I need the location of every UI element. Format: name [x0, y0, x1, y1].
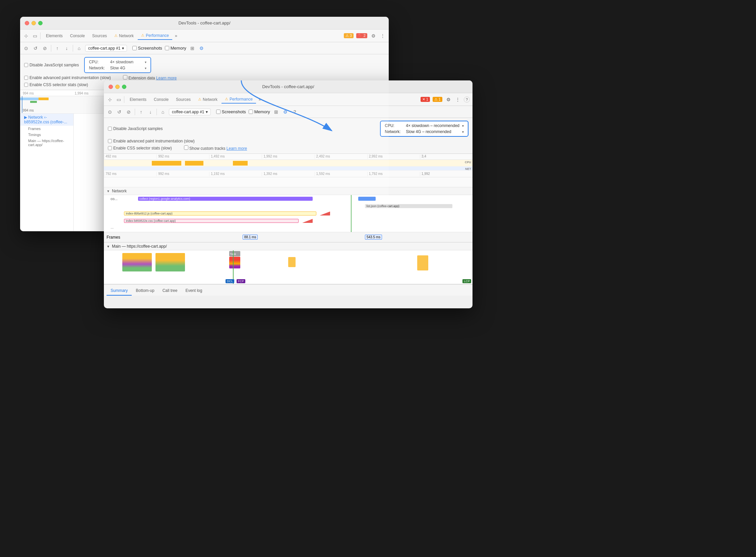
- net-bar-area-list: list.json (coffee-cart.app): [121, 203, 470, 209]
- cpu-dropdown-arrow-back[interactable]: ▾: [145, 60, 146, 64]
- upload-icon-front[interactable]: ↑: [138, 109, 145, 115]
- screenshots-check-back[interactable]: [132, 46, 137, 50]
- tl-tick-5: 2,992 ms: [367, 154, 420, 159]
- learn-more-link-front[interactable]: Learn more: [226, 146, 247, 151]
- extension-check-back[interactable]: [123, 75, 127, 80]
- screenshots-check-front[interactable]: [216, 110, 220, 114]
- net-bar-area-co: collect (region1.google-analytics.com): [121, 196, 470, 201]
- main-item-back[interactable]: Main — https://coffee-cart.app/: [20, 138, 73, 148]
- memory-check-front[interactable]: [249, 110, 253, 114]
- frames-label-front: Frames: [107, 235, 120, 240]
- home-icon-back[interactable]: ⌂: [76, 45, 83, 52]
- tab-performance-back[interactable]: Performance: [138, 32, 172, 40]
- clear-icon-back[interactable]: ⊘: [41, 45, 48, 52]
- css-bar-tail: [302, 219, 313, 223]
- network-item-back[interactable]: ▶ Network ‹-b859522e.css (coffee-...: [20, 114, 73, 126]
- more-options-icon-back[interactable]: ⋮: [379, 32, 386, 39]
- close-button-front[interactable]: [109, 84, 113, 89]
- memory-check-back[interactable]: [165, 46, 169, 50]
- tab-elements-back[interactable]: Elements: [42, 32, 66, 39]
- more-options-icon-front[interactable]: ⋮: [454, 96, 461, 103]
- minimize-button-back[interactable]: [31, 21, 36, 25]
- dock-icon-front[interactable]: ?: [292, 109, 298, 115]
- net-bar-area-css: index-b859522e.css (coffee-cart.app): [121, 218, 470, 224]
- more-tabs-front[interactable]: »: [257, 96, 263, 102]
- profile-select-front[interactable]: coffee-cart.app #1 ▾: [169, 109, 211, 115]
- tab-sources-front[interactable]: Sources: [173, 96, 194, 103]
- network-dropdown-arrow-back[interactable]: ▾: [145, 66, 146, 70]
- download-icon-back[interactable]: ↓: [63, 45, 70, 52]
- settings-icon-front[interactable]: ⚙: [445, 96, 452, 103]
- timeline-bar-2: [38, 97, 49, 100]
- adv-paint-check-front[interactable]: [108, 139, 112, 143]
- tab-performance-front[interactable]: Performance: [221, 95, 256, 104]
- adv-paint-check-back[interactable]: [24, 76, 28, 80]
- network-throttle-front: Network: Slow 4G – recommended ▾: [385, 129, 464, 134]
- tab-console-back[interactable]: Console: [67, 32, 88, 39]
- reload-record-icon-back[interactable]: ↺: [32, 45, 39, 52]
- disable-js-check-back[interactable]: [24, 63, 28, 67]
- upload-icon-back[interactable]: ↑: [54, 45, 61, 52]
- tab-network-back[interactable]: Network: [111, 32, 137, 39]
- device-mode-icon[interactable]: ▭: [31, 32, 38, 39]
- tab-sources-back[interactable]: Sources: [89, 32, 110, 39]
- record-icon-back[interactable]: ⊙: [23, 45, 29, 52]
- clear-icon-front[interactable]: ⊘: [125, 109, 132, 115]
- minimize-button-front[interactable]: [115, 84, 120, 89]
- call-tree-tab-front[interactable]: Call tree: [158, 286, 182, 296]
- warning-badge-back: ⚠ 3: [344, 33, 354, 38]
- devtools-picker-icon-front[interactable]: ⊹: [107, 96, 113, 103]
- tab-elements-front[interactable]: Elements: [126, 96, 150, 103]
- timings-item-back[interactable]: Timings: [20, 132, 73, 138]
- cpu-dropdown-front[interactable]: ▾: [462, 124, 464, 128]
- traffic-lights-back: [25, 21, 42, 25]
- summary-tab-front[interactable]: Summary: [107, 286, 132, 296]
- device-mode-icon-front[interactable]: ▭: [115, 96, 122, 103]
- custom-tracks-check-front[interactable]: [184, 145, 188, 150]
- home-icon-front[interactable]: ⌂: [159, 109, 166, 115]
- cpu-throttle-front: CPU: 4× slowdown – recommended ▾: [385, 123, 464, 128]
- help-icon-front[interactable]: ?: [464, 96, 470, 102]
- tl-tick-0: 492 ms: [104, 154, 156, 159]
- main-section-header-front[interactable]: ▼ Main — https://coffee-cart.app/: [104, 243, 473, 251]
- bottom-up-tab-front[interactable]: Bottom-up: [132, 286, 158, 296]
- event-log-tab-front[interactable]: Event log: [181, 286, 206, 296]
- network-dropdown-front[interactable]: ▾: [462, 130, 464, 134]
- tab-network-front[interactable]: Network: [195, 96, 221, 103]
- network-icon-back[interactable]: ⊞: [189, 45, 196, 52]
- learn-more-link-back[interactable]: Learn more: [156, 76, 177, 81]
- more-tabs-back[interactable]: »: [173, 32, 179, 39]
- warning-badge-front: ⚠ 1: [433, 97, 442, 102]
- disable-js-check-front[interactable]: [108, 127, 112, 131]
- network-section-header-front[interactable]: ▼ Network: [104, 187, 473, 195]
- divider2: [51, 45, 51, 52]
- css-stats-check-front[interactable]: [108, 146, 112, 150]
- task-label-bar: Task: [229, 251, 240, 256]
- record-icon-front[interactable]: ⊙: [107, 109, 113, 115]
- devtools-picker-icon[interactable]: ⊹: [23, 32, 29, 39]
- collect-bar: collect (region1.google-analytics.com): [138, 197, 313, 201]
- download-icon-front[interactable]: ↓: [147, 109, 154, 115]
- settings-icon-back[interactable]: ⚙: [370, 32, 377, 39]
- timeline-full-front[interactable]: 492 ms 992 ms 1,492 ms 1,992 ms 2,492 ms…: [104, 154, 473, 187]
- options-row-front: Disable JavaScript samples CPU: 4× slowd…: [108, 121, 468, 137]
- frames-item-back[interactable]: Frames: [20, 126, 73, 132]
- cpu-bar-1: [152, 161, 181, 166]
- settings2-icon-front[interactable]: ⚙: [282, 109, 289, 115]
- maximize-button-front[interactable]: [122, 84, 126, 89]
- close-button-back[interactable]: [25, 21, 29, 25]
- reload-record-icon-front[interactable]: ↺: [116, 109, 123, 115]
- settings2-icon-back[interactable]: ⚙: [199, 45, 205, 52]
- frame-marker-1: 88.1 ms: [243, 235, 258, 240]
- profile-select-back[interactable]: coffee-cart.app #1 ▾: [85, 45, 127, 52]
- tl-tick2-4: 1,592 ms: [315, 172, 367, 176]
- js-label: index-8bfa4912.js (coffee-cart.app): [126, 212, 172, 215]
- vertical-green-line: [351, 195, 352, 232]
- network-icon-front[interactable]: ⊞: [273, 109, 279, 115]
- list-bar: list.json (coffee-cart.app): [365, 204, 452, 208]
- maximize-button-back[interactable]: [38, 21, 42, 25]
- css-stats-check-back[interactable]: [24, 83, 28, 87]
- tab-console-front[interactable]: Console: [150, 96, 172, 103]
- divider: [40, 32, 40, 39]
- window-title-front: DevTools - coffee-cart.app/: [262, 84, 314, 89]
